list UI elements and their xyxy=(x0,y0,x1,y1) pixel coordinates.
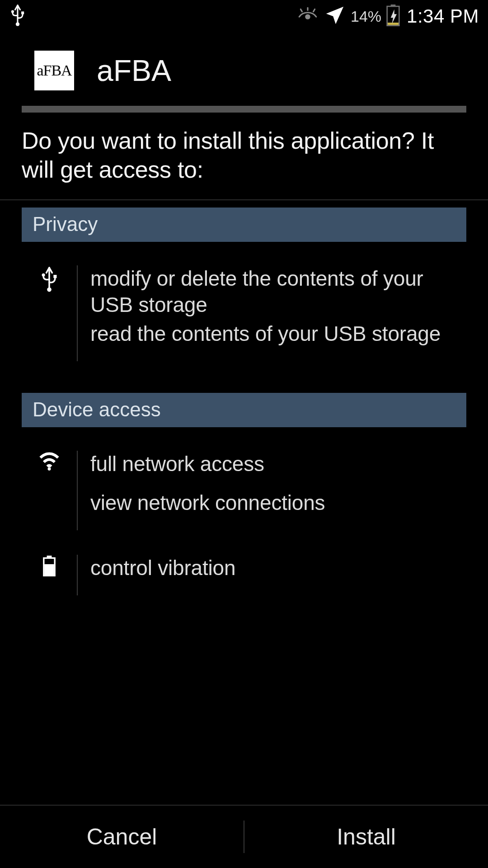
header-divider xyxy=(22,106,466,113)
app-header: aFBA aFBA xyxy=(0,33,488,90)
svg-rect-2 xyxy=(21,11,24,14)
eye-icon xyxy=(296,6,319,26)
permission-group-network: full network access view network connect… xyxy=(22,427,466,536)
permission-group-vibration: control vibration xyxy=(22,536,466,601)
permission-line: view network connections xyxy=(90,490,462,516)
svg-point-12 xyxy=(42,274,45,277)
usb-storage-icon xyxy=(39,266,60,361)
battery-icon xyxy=(41,556,57,595)
svg-point-0 xyxy=(16,22,19,26)
svg-point-14 xyxy=(48,467,51,471)
footer-bar: Cancel Install xyxy=(0,806,488,868)
permission-line: read the contents of your USB storage xyxy=(90,321,462,347)
svg-rect-17 xyxy=(44,564,54,575)
svg-line-4 xyxy=(300,9,302,11)
app-title: aFBA xyxy=(97,53,171,88)
battery-charging-icon xyxy=(385,5,401,28)
svg-point-1 xyxy=(11,10,14,13)
airplane-icon xyxy=(324,5,345,28)
svg-rect-13 xyxy=(53,275,56,278)
status-time: 1:34 PM xyxy=(407,5,479,27)
svg-line-6 xyxy=(314,9,315,11)
permission-line: modify or delete the contents of your US… xyxy=(90,265,462,318)
section-header-device-access: Device access xyxy=(22,393,466,427)
svg-marker-10 xyxy=(391,9,397,24)
svg-rect-9 xyxy=(388,23,399,25)
install-dialog: aFBA aFBA Do you want to install this ap… xyxy=(0,33,488,601)
install-prompt: Do you want to install this application?… xyxy=(0,113,488,199)
install-button[interactable]: Install xyxy=(244,807,488,867)
permission-line: full network access xyxy=(90,451,462,477)
usb-icon xyxy=(9,4,26,28)
app-icon-text: aFBA xyxy=(37,62,71,79)
status-bar: 14% 1:34 PM xyxy=(0,0,488,33)
svg-point-11 xyxy=(47,288,52,292)
app-icon: aFBA xyxy=(34,51,74,90)
permissions-list: Privacy xyxy=(0,208,488,601)
svg-point-3 xyxy=(305,14,310,19)
cancel-button[interactable]: Cancel xyxy=(0,807,244,867)
wifi-icon xyxy=(38,452,61,530)
status-left xyxy=(9,4,26,28)
section-header-privacy: Privacy xyxy=(22,208,466,242)
battery-percentage: 14% xyxy=(351,8,381,25)
thin-divider xyxy=(0,199,488,200)
permission-line: control vibration xyxy=(90,555,462,581)
permission-group-storage: modify or delete the contents of your US… xyxy=(22,242,466,367)
status-right: 14% 1:34 PM xyxy=(296,5,479,28)
